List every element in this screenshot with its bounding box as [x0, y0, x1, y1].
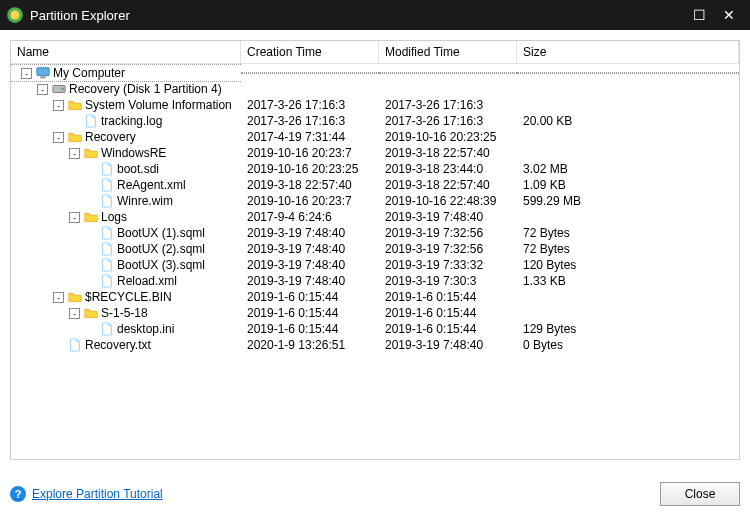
tree-row[interactable]: tracking.log2017-3-26 17:16:32017-3-26 1…: [11, 113, 739, 129]
tree-row[interactable]: Reload.xml2019-3-19 7:48:402019-3-19 7:3…: [11, 273, 739, 289]
content-area: Name Creation Time Modified Time Size -M…: [0, 30, 750, 475]
collapse-toggle[interactable]: -: [53, 100, 64, 111]
svg-rect-3: [40, 77, 45, 79]
row-size: 1.09 KB: [517, 177, 739, 193]
row-name: desktop.ini: [117, 321, 174, 337]
column-header-name[interactable]: Name: [11, 41, 241, 63]
row-ctime: 2019-1-6 0:15:44: [241, 321, 379, 337]
tree-row[interactable]: -System Volume Information2017-3-26 17:1…: [11, 97, 739, 113]
toggle-placeholder: [85, 324, 96, 335]
collapse-toggle[interactable]: -: [69, 148, 80, 159]
collapse-toggle[interactable]: -: [69, 212, 80, 223]
file-icon: [99, 161, 115, 177]
column-header-size[interactable]: Size: [517, 41, 739, 63]
row-name: Logs: [101, 209, 127, 225]
tree-row[interactable]: -Recovery2017-4-19 7:31:442019-10-16 20:…: [11, 129, 739, 145]
row-mtime: 2019-10-16 22:48:39: [379, 193, 517, 209]
file-icon: [67, 337, 83, 353]
close-button[interactable]: Close: [660, 482, 740, 506]
row-mtime: 2019-3-19 7:32:56: [379, 241, 517, 257]
row-name: Reload.xml: [117, 273, 177, 289]
close-window-button[interactable]: ✕: [714, 7, 744, 23]
row-ctime: 2017-3-26 17:16:3: [241, 97, 379, 113]
row-name: S-1-5-18: [101, 305, 148, 321]
row-mtime: 2019-3-19 7:32:56: [379, 225, 517, 241]
svg-point-5: [61, 88, 64, 91]
row-mtime: 2019-3-18 22:57:40: [379, 145, 517, 161]
row-name: $RECYCLE.BIN: [85, 289, 172, 305]
row-mtime: 2019-3-18 22:57:40: [379, 177, 517, 193]
collapse-toggle[interactable]: -: [53, 292, 64, 303]
collapse-toggle[interactable]: -: [21, 68, 32, 79]
tree-row[interactable]: -Logs2017-9-4 6:24:62019-3-19 7:48:40: [11, 209, 739, 225]
tree-row[interactable]: BootUX (1).sqml2019-3-19 7:48:402019-3-1…: [11, 225, 739, 241]
disk-icon: [51, 81, 67, 97]
file-icon: [99, 177, 115, 193]
tree-row[interactable]: ReAgent.xml2019-3-18 22:57:402019-3-18 2…: [11, 177, 739, 193]
tree-row[interactable]: BootUX (3).sqml2019-3-19 7:48:402019-3-1…: [11, 257, 739, 273]
toggle-placeholder: [85, 228, 96, 239]
folder-icon: [67, 97, 83, 113]
tree-row[interactable]: -WindowsRE2019-10-16 20:23:72019-3-18 22…: [11, 145, 739, 161]
folder-icon: [67, 289, 83, 305]
column-header-row: Name Creation Time Modified Time Size: [11, 41, 739, 64]
row-mtime: 2019-10-16 20:23:25: [379, 129, 517, 145]
tree-row[interactable]: -S-1-5-182019-1-6 0:15:442019-1-6 0:15:4…: [11, 305, 739, 321]
tree-row[interactable]: desktop.ini2019-1-6 0:15:442019-1-6 0:15…: [11, 321, 739, 337]
file-icon: [99, 193, 115, 209]
tree-row[interactable]: Recovery.txt2020-1-9 13:26:512019-3-19 7…: [11, 337, 739, 353]
row-name: boot.sdi: [117, 161, 159, 177]
toggle-placeholder: [85, 196, 96, 207]
collapse-toggle[interactable]: -: [69, 308, 80, 319]
maximize-button[interactable]: ☐: [684, 7, 714, 23]
row-name: Recovery.txt: [85, 337, 151, 353]
row-ctime: 2019-3-19 7:48:40: [241, 273, 379, 289]
tree-row[interactable]: boot.sdi2019-10-16 20:23:252019-3-18 23:…: [11, 161, 739, 177]
toggle-placeholder: [85, 276, 96, 287]
row-mtime: [379, 72, 517, 74]
row-size: [517, 72, 739, 74]
row-mtime: 2019-3-19 7:48:40: [379, 209, 517, 225]
tree-row[interactable]: -Recovery (Disk 1 Partition 4): [11, 81, 739, 97]
toggle-placeholder: [85, 244, 96, 255]
file-icon: [99, 225, 115, 241]
tree-row[interactable]: -$RECYCLE.BIN2019-1-6 0:15:442019-1-6 0:…: [11, 289, 739, 305]
file-grid[interactable]: Name Creation Time Modified Time Size -M…: [10, 40, 740, 460]
toggle-placeholder: [69, 116, 80, 127]
column-header-mtime[interactable]: Modified Time: [379, 41, 517, 63]
collapse-toggle[interactable]: -: [53, 132, 64, 143]
tutorial-link[interactable]: ? Explore Partition Tutorial: [10, 486, 163, 502]
row-size: 120 Bytes: [517, 257, 739, 273]
row-ctime: 2019-1-6 0:15:44: [241, 289, 379, 305]
row-mtime: 2017-3-26 17:16:3: [379, 97, 517, 113]
file-icon: [83, 113, 99, 129]
row-mtime: 2019-3-19 7:33:32: [379, 257, 517, 273]
column-header-ctime[interactable]: Creation Time: [241, 41, 379, 63]
row-name: Recovery (Disk 1 Partition 4): [69, 81, 222, 97]
row-ctime: 2019-10-16 20:23:7: [241, 193, 379, 209]
tree-row[interactable]: -My Computer: [11, 65, 739, 81]
row-name: tracking.log: [101, 113, 162, 129]
row-ctime: 2019-3-19 7:48:40: [241, 241, 379, 257]
collapse-toggle[interactable]: -: [37, 84, 48, 95]
file-icon: [99, 273, 115, 289]
row-name: BootUX (3).sqml: [117, 257, 205, 273]
row-ctime: 2017-3-26 17:16:3: [241, 113, 379, 129]
row-size: 0 Bytes: [517, 337, 739, 353]
row-ctime: 2019-3-19 7:48:40: [241, 257, 379, 273]
row-ctime: 2017-4-19 7:31:44: [241, 129, 379, 145]
tree-row[interactable]: Winre.wim2019-10-16 20:23:72019-10-16 22…: [11, 193, 739, 209]
row-name: My Computer: [53, 65, 125, 81]
tree-row[interactable]: BootUX (2).sqml2019-3-19 7:48:402019-3-1…: [11, 241, 739, 257]
row-size: 72 Bytes: [517, 241, 739, 257]
row-name: WindowsRE: [101, 145, 166, 161]
toggle-placeholder: [53, 340, 64, 351]
row-size: 20.00 KB: [517, 113, 739, 129]
row-name: System Volume Information: [85, 97, 232, 113]
folder-icon: [83, 305, 99, 321]
row-name: BootUX (2).sqml: [117, 241, 205, 257]
row-mtime: 2019-3-19 7:48:40: [379, 337, 517, 353]
toggle-placeholder: [85, 260, 96, 271]
row-mtime: 2019-1-6 0:15:44: [379, 305, 517, 321]
row-ctime: 2019-10-16 20:23:7: [241, 145, 379, 161]
